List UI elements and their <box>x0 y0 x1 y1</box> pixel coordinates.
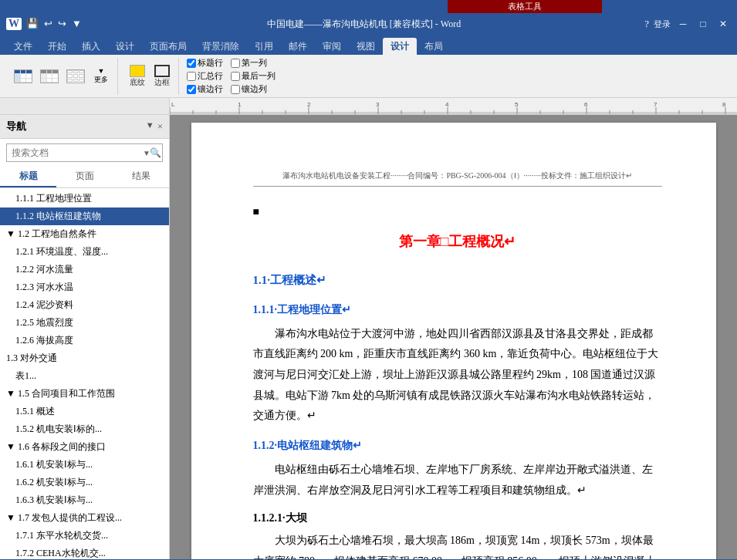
search-icon[interactable]: 🔍 <box>150 147 161 159</box>
table-style-btn-2[interactable] <box>37 68 62 85</box>
doc-para-3: 大坝为砾石土心墙堆石坝，最大坝高 186m，坝顶宽 14m，坝顶长 573m，坝… <box>253 531 662 559</box>
banded-col-checkbox[interactable] <box>231 85 240 94</box>
nav-item-3[interactable]: ▼ 1.2 工程地自然条件 <box>0 225 169 243</box>
redo-quick-btn[interactable]: ↪ <box>56 16 68 32</box>
tab-home[interactable]: 开始 <box>40 38 74 55</box>
more-quick-btn[interactable]: ▼ <box>70 16 83 32</box>
nav-tree: 1.1.1 工程地理位置 1.1.2 电站枢纽建筑物 ▼ 1.2 工程地自然条件… <box>0 188 169 559</box>
doc-chapter-title: 第一章□工程概况↵ <box>253 229 662 254</box>
tab-page-layout[interactable]: 页面布局 <box>142 38 194 55</box>
svg-text:5: 5 <box>515 101 519 108</box>
banded-row-check[interactable]: 镶边行 <box>187 83 223 95</box>
tab-mail[interactable]: 邮件 <box>281 38 315 55</box>
nav-item-15[interactable]: 1.6.1 机安装Ⅰ标与... <box>0 456 169 474</box>
search-dropdown-icon[interactable]: ▼ <box>143 149 150 157</box>
login-label[interactable]: 登录 <box>654 19 671 30</box>
minimize-btn[interactable]: ─ <box>675 16 691 32</box>
doc-para-2: 电站枢纽由砾石土心墙堆石坝、左岸地下厂房系统、左岸岸边开敞式溢洪道、左岸泄洪洞、… <box>253 460 662 501</box>
title-bar: W 💾 ↩ ↪ ▼ 中国电建——瀑布沟电站机电 [兼容模式] - Word ? … <box>0 13 737 35</box>
table-tools-label: 表格工具 <box>448 0 602 13</box>
nav-item-8[interactable]: 1.2.5 地震烈度 <box>0 314 169 332</box>
borders-btn[interactable]: 边框 <box>150 63 174 89</box>
nav-item-table[interactable]: 表1... <box>0 367 169 385</box>
first-col-check[interactable]: 第一列 <box>231 57 276 69</box>
header-row-check[interactable]: 标题行 <box>187 57 223 69</box>
total-row-checkbox[interactable] <box>187 72 196 81</box>
nav-item-7[interactable]: 1.2.4 泥沙资料 <box>0 296 169 314</box>
first-col-checkbox[interactable] <box>231 59 240 68</box>
quick-access-toolbar: 💾 ↩ ↪ ▼ <box>25 16 83 32</box>
nav-item-13[interactable]: 1.5.2 机电安装Ⅰ标的... <box>0 420 169 438</box>
word-logo-icon: W <box>6 18 22 30</box>
ribbon-toolbar: ▼更多 底纹 边框 标题行 汇总行 镶边行 第一列 <box>0 55 737 98</box>
ruler: // Generate ruler ticks inline via SVG L… <box>0 98 737 115</box>
nav-item-11[interactable]: ▼ 1.5 合同项目和工作范围 <box>0 385 169 403</box>
svg-rect-1 <box>170 112 737 115</box>
last-col-check[interactable]: 最后一列 <box>231 70 276 82</box>
nav-search-area: 🔍 ▼ <box>0 139 169 167</box>
nav-item-10[interactable]: 1.3 对外交通 <box>0 349 169 367</box>
tab-design[interactable]: 设计 <box>108 38 142 55</box>
nav-close-btn[interactable]: × <box>157 120 163 133</box>
nav-header: 导航 ▼ × <box>0 115 169 139</box>
nav-item-5[interactable]: 1.2.2 河水流量 <box>0 261 169 278</box>
doc-subsubsection-1-1-2-1: 1.1.2.1·大坝 <box>253 508 662 528</box>
tab-view[interactable]: 视图 <box>349 38 383 55</box>
nav-item-12[interactable]: 1.5.1 概述 <box>0 403 169 420</box>
doc-section-1-1: 1.1·工程概述↵ <box>253 270 662 291</box>
nav-tab-pages[interactable]: 页面 <box>56 167 113 187</box>
nav-item-1[interactable]: 1.1.1 工程地理位置 <box>0 190 169 207</box>
tab-references[interactable]: 引用 <box>247 38 281 55</box>
tab-table-design[interactable]: 设计 <box>383 38 417 55</box>
window-title: 中国电建——瀑布沟电站机电 [兼容模式] - Word <box>83 18 644 31</box>
nav-tab-headings[interactable]: 标题 <box>0 167 56 187</box>
svg-text:3: 3 <box>376 101 380 108</box>
nav-item-20[interactable]: 1.7.2 CEHA水轮机交... <box>0 545 169 559</box>
nav-item-14[interactable]: ▼ 1.6 各标段之间的接口 <box>0 438 169 456</box>
help-btn[interactable]: ? <box>644 18 649 30</box>
total-row-check[interactable]: 汇总行 <box>187 70 223 82</box>
close-btn[interactable]: ✕ <box>715 16 731 32</box>
ruler-left-margin <box>0 98 170 114</box>
title-right: ? 登录 ─ □ ✕ <box>644 16 731 32</box>
nav-item-2[interactable]: 1.1.2 电站枢纽建筑物 <box>0 207 169 225</box>
nav-item-17[interactable]: 1.6.3 机安装Ⅰ标与... <box>0 491 169 509</box>
banded-row-checkbox[interactable] <box>187 85 196 94</box>
banded-col-check[interactable]: 镶边列 <box>231 83 276 95</box>
table-style-btn-3[interactable] <box>63 68 88 85</box>
nav-item-16[interactable]: 1.6.2 机安装Ⅰ标与... <box>0 474 169 491</box>
nav-panel: 导航 ▼ × 🔍 ▼ 标题 页面 结果 1.1.1 工程地理位置 1.1.2 电… <box>0 115 170 559</box>
last-col-checkbox[interactable] <box>231 72 240 81</box>
undo-quick-btn[interactable]: ↩ <box>42 16 54 32</box>
more-styles-btn[interactable]: ▼更多 <box>90 66 113 86</box>
nav-item-9[interactable]: 1.2.6 海拔高度 <box>0 332 169 349</box>
nav-panel-title: 导航 <box>6 120 26 133</box>
tab-file[interactable]: 文件 <box>6 38 40 55</box>
nav-tab-results[interactable]: 结果 <box>113 167 169 187</box>
nav-item-19[interactable]: 1.7.1 东平水轮机交货... <box>0 527 169 545</box>
svg-text:1: 1 <box>238 101 242 108</box>
title-left: W 💾 ↩ ↪ ▼ <box>6 16 83 32</box>
shading-btn[interactable]: 底纹 <box>126 63 149 89</box>
tab-review[interactable]: 审阅 <box>315 38 349 55</box>
nav-item-6[interactable]: 1.2.3 河水水温 <box>0 278 169 296</box>
tab-insert[interactable]: 插入 <box>74 38 108 55</box>
tab-table-layout[interactable]: 布局 <box>417 38 451 55</box>
svg-text:6: 6 <box>584 101 588 108</box>
nav-pin-btn[interactable]: ▼ <box>146 120 154 133</box>
header-row-checkbox[interactable] <box>187 59 196 68</box>
ribbon-group-shading: 底纹 边框 <box>121 58 179 95</box>
svg-text:2: 2 <box>307 101 311 108</box>
nav-search-input[interactable] <box>6 143 163 162</box>
doc-para-1: 瀑布沟水电站位于大渡河中游，地处四川省西部汉源县及甘洛县交界处，距成都市直线距离… <box>253 324 662 427</box>
table-style-btn-1[interactable] <box>11 68 35 85</box>
restore-btn[interactable]: □ <box>695 16 711 32</box>
tab-bg-remove[interactable]: 背景消除 <box>194 38 247 55</box>
save-quick-btn[interactable]: 💾 <box>25 16 40 32</box>
ribbon-tabs-bar: 文件 开始 插入 设计 页面布局 背景消除 引用 邮件 审阅 视图 设计 布局 <box>0 35 737 55</box>
doc-bullet: ■ <box>253 202 662 221</box>
nav-item-4[interactable]: 1.2.1 环境温度、湿度... <box>0 243 169 261</box>
nav-item-18[interactable]: ▼ 1.7 发包人提供的工程设... <box>0 509 169 527</box>
doc-area[interactable]: 瀑布沟水电站机电设备安装工程·········合同编号：PBG-SG-2006-… <box>170 115 737 559</box>
ribbon-group-table-styles: ▼更多 <box>6 58 118 95</box>
